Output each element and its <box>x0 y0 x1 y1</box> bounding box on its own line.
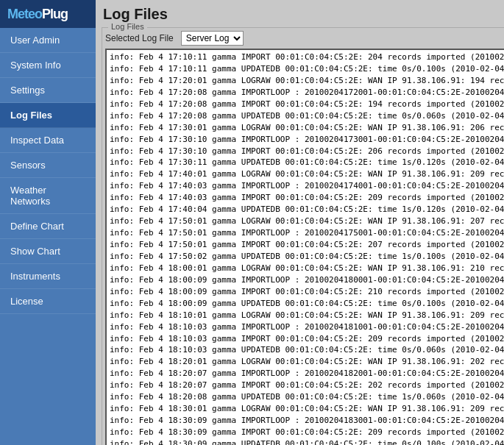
log-line: info: Feb 4 18:00:01 gamma LOGRAW 00:01:… <box>108 263 504 274</box>
log-line: info: Feb 4 17:10:11 gamma UPDATEDB 00:0… <box>108 63 504 75</box>
log-section: Log Files Selected Log File Server Log i… <box>102 27 504 445</box>
log-line: info: Feb 4 17:10:11 gamma IMPORT 00:01:… <box>108 51 504 63</box>
log-line: info: Feb 4 17:50:02 gamma UPDATEDB 00:0… <box>108 251 504 263</box>
sidebar-item-inspect-data[interactable]: Inspect Data <box>0 128 96 153</box>
log-line: info: Feb 4 18:00:09 gamma IMPORT 00:01:… <box>108 286 504 298</box>
logo: MeteoPlug <box>0 0 96 28</box>
logo-meteo: Meteo <box>7 7 42 22</box>
log-line: info: Feb 4 17:50:01 gamma LOGRAW 00:01:… <box>108 216 504 227</box>
log-line: info: Feb 4 17:30:11 gamma UPDATEDB 00:0… <box>108 157 504 168</box>
log-display-container: info: Feb 4 17:10:11 gamma IMPORT 00:01:… <box>105 49 504 445</box>
log-line: info: Feb 4 18:10:03 gamma IMPORTLOOP : … <box>108 321 504 333</box>
sidebar-item-user-admin[interactable]: User Admin <box>0 28 96 53</box>
sidebar-item-define-chart[interactable]: Define Chart <box>0 214 96 239</box>
sidebar-item-log-files[interactable]: Log Files <box>0 103 96 128</box>
log-line: info: Feb 4 18:30:09 gamma IMPORTLOOP : … <box>108 415 504 427</box>
log-line: info: Feb 4 18:10:01 gamma LOGRAW 00:01:… <box>108 310 504 321</box>
toolbar: Selected Log File Server Log <box>105 31 504 46</box>
log-line: info: Feb 4 17:30:01 gamma LOGRAW 00:01:… <box>108 122 504 134</box>
log-line: info: Feb 4 18:10:03 gamma UPDATEDB 00:0… <box>108 344 504 356</box>
sidebar-item-system-info[interactable]: System Info <box>0 53 96 78</box>
log-line: info: Feb 4 18:30:09 gamma IMPORT 00:01:… <box>108 427 504 438</box>
logo-plug: Plug <box>42 7 68 22</box>
log-line: info: Feb 4 18:00:09 gamma UPDATEDB 00:0… <box>108 298 504 310</box>
sidebar-item-sensors[interactable]: Sensors <box>0 153 96 178</box>
sidebar-item-license[interactable]: License <box>0 289 96 314</box>
sidebar-item-instruments[interactable]: Instruments <box>0 264 96 289</box>
log-line: info: Feb 4 18:00:09 gamma IMPORTLOOP : … <box>108 274 504 286</box>
log-line: info: Feb 4 17:20:08 gamma IMPORTLOOP : … <box>108 87 504 99</box>
log-line: info: Feb 4 17:20:08 gamma IMPORT 00:01:… <box>108 99 504 110</box>
selected-log-label: Selected Log File <box>105 33 174 43</box>
log-text-area[interactable]: info: Feb 4 17:10:11 gamma IMPORT 00:01:… <box>107 50 504 445</box>
log-line: info: Feb 4 17:40:04 gamma UPDATEDB 00:0… <box>108 204 504 216</box>
log-line: info: Feb 4 17:50:01 gamma IMPORT 00:01:… <box>108 239 504 251</box>
sidebar-nav: User AdminSystem InfoSettingsLog FilesIn… <box>0 28 96 314</box>
log-line: info: Feb 4 17:20:08 gamma UPDATEDB 00:0… <box>108 110 504 122</box>
sidebar: MeteoPlug User AdminSystem InfoSettingsL… <box>0 0 96 445</box>
sidebar-item-show-chart[interactable]: Show Chart <box>0 239 96 264</box>
section-legend: Log Files <box>108 22 147 31</box>
log-line: info: Feb 4 18:20:07 gamma IMPORTLOOP : … <box>108 368 504 380</box>
log-line: info: Feb 4 18:20:08 gamma UPDATEDB 00:0… <box>108 391 504 403</box>
log-line: info: Feb 4 17:30:10 gamma IMPORTLOOP : … <box>108 134 504 146</box>
log-line: info: Feb 4 18:30:09 gamma UPDATEDB 00:0… <box>108 438 504 445</box>
log-line: info: Feb 4 17:40:03 gamma IMPORT 00:01:… <box>108 192 504 204</box>
sidebar-item-settings[interactable]: Settings <box>0 78 96 103</box>
log-line: info: Feb 4 18:10:03 gamma IMPORT 00:01:… <box>108 333 504 345</box>
log-line: info: Feb 4 17:40:03 gamma IMPORTLOOP : … <box>108 180 504 192</box>
log-line: info: Feb 4 18:30:01 gamma LOGRAW 00:01:… <box>108 403 504 415</box>
log-line: info: Feb 4 17:30:10 gamma IMPORT 00:01:… <box>108 146 504 157</box>
sidebar-item-weather-networks[interactable]: Weather Networks <box>0 178 96 214</box>
log-line: info: Feb 4 17:20:01 gamma LOGRAW 00:01:… <box>108 75 504 87</box>
server-log-select[interactable]: Server Log <box>181 31 244 46</box>
log-line: info: Feb 4 17:50:01 gamma IMPORTLOOP : … <box>108 227 504 239</box>
page-title: Log Files <box>102 6 504 23</box>
log-line: info: Feb 4 18:20:07 gamma IMPORT 00:01:… <box>108 380 504 391</box>
main-content: Log Files Log Files Selected Log File Se… <box>96 0 504 445</box>
log-line: info: Feb 4 17:40:01 gamma LOGRAW 00:01:… <box>108 168 504 180</box>
log-line: info: Feb 4 18:20:01 gamma LOGRAW 00:01:… <box>108 356 504 368</box>
